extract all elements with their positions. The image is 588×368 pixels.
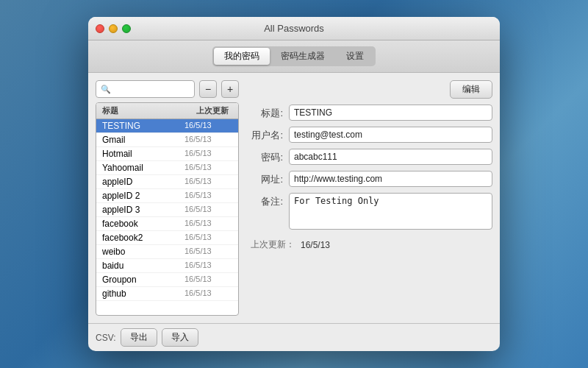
csv-label: CSV: [96, 333, 116, 343]
password-field[interactable] [289, 149, 492, 165]
table-row[interactable]: appleID 316/5/13 [96, 203, 238, 217]
row-title: Yahoomail [102, 163, 184, 173]
right-panel: 编辑 标题: 用户名: 密码: 网址: 备注: [246, 80, 492, 316]
passwords-table: 标题 上次更新 TESTING16/5/13Gmail16/5/13Hotmai… [96, 102, 239, 316]
tab-group: 我的密码 密码生成器 设置 [212, 46, 376, 66]
username-field[interactable] [289, 127, 492, 143]
table-row[interactable]: facebook16/5/13 [96, 217, 238, 231]
row-date: 16/5/13 [184, 177, 232, 187]
import-button[interactable]: 导入 [162, 328, 198, 347]
search-row: 🔍 − + [96, 80, 239, 98]
row-title: Gmail [102, 135, 184, 145]
minimize-button[interactable] [109, 24, 118, 33]
table-row[interactable]: github16/5/13 [96, 287, 238, 301]
traffic-lights [96, 24, 131, 33]
remove-button[interactable]: − [199, 80, 217, 98]
last-update-row: 上次更新： 16/5/13 [251, 238, 492, 251]
table-row[interactable]: appleID 216/5/13 [96, 189, 238, 203]
password-label: 密码: [251, 149, 283, 164]
maximize-button[interactable] [122, 24, 131, 33]
notes-row: 备注: [251, 193, 492, 230]
title-row: 标题: [251, 105, 492, 121]
row-date: 16/5/13 [184, 205, 232, 215]
edit-button[interactable]: 编辑 [450, 80, 492, 99]
row-title: github [102, 289, 184, 299]
password-row: 密码: [251, 149, 492, 165]
row-date: 16/5/13 [184, 275, 232, 285]
last-update-value: 16/5/13 [301, 240, 330, 250]
row-date: 16/5/13 [184, 191, 232, 201]
table-header: 标题 上次更新 [96, 103, 238, 119]
row-date: 16/5/13 [184, 247, 232, 257]
export-button[interactable]: 导出 [121, 328, 157, 347]
row-date: 16/5/13 [184, 289, 232, 299]
row-date: 16/5/13 [184, 149, 232, 159]
row-title: facebook [102, 219, 184, 229]
table-row[interactable]: Groupon16/5/13 [96, 273, 238, 287]
row-date: 16/5/13 [184, 233, 232, 243]
url-label: 网址: [251, 171, 283, 186]
bottom-bar: CSV: 导出 导入 [88, 323, 500, 351]
row-date: 16/5/13 [184, 261, 232, 271]
toolbar: 我的密码 密码生成器 设置 [88, 40, 500, 73]
table-row[interactable]: facebook216/5/13 [96, 231, 238, 245]
row-title: Groupon [102, 275, 184, 285]
row-title: facebook2 [102, 233, 184, 243]
row-title: appleID 3 [102, 205, 184, 215]
row-date: 16/5/13 [184, 135, 232, 145]
notes-field[interactable] [289, 193, 492, 230]
row-date: 16/5/13 [184, 219, 232, 229]
url-row: 网址: [251, 171, 492, 187]
search-icon: 🔍 [101, 85, 111, 94]
title-label: 标题: [251, 105, 283, 120]
table-row[interactable]: baidu16/5/13 [96, 259, 238, 273]
table-row[interactable]: Gmail16/5/13 [96, 133, 238, 147]
main-window: All Passwords 我的密码 密码生成器 设置 🔍 − + [88, 17, 500, 351]
row-date: 16/5/13 [184, 121, 232, 131]
col-date: 上次更新 [190, 103, 238, 118]
search-input[interactable] [114, 84, 190, 94]
table-row[interactable]: Hotmail16/5/13 [96, 147, 238, 161]
tab-settings[interactable]: 设置 [336, 48, 374, 65]
table-row[interactable]: TESTING16/5/13 [96, 119, 238, 133]
row-title: weibo [102, 247, 184, 257]
row-title: baidu [102, 261, 184, 271]
tab-my-passwords[interactable]: 我的密码 [214, 48, 270, 65]
close-button[interactable] [96, 24, 104, 33]
search-container[interactable]: 🔍 [96, 80, 195, 98]
tab-generator[interactable]: 密码生成器 [270, 48, 335, 65]
row-date: 16/5/13 [184, 163, 232, 173]
add-button[interactable]: + [221, 80, 239, 98]
window-title: All Passwords [264, 23, 324, 34]
url-field[interactable] [289, 171, 492, 187]
table-row[interactable]: Yahoomail16/5/13 [96, 161, 238, 175]
left-panel: 🔍 − + 标题 上次更新 TESTING16/5/13Gmail16/5/13… [96, 80, 239, 316]
content-area: 🔍 − + 标题 上次更新 TESTING16/5/13Gmail16/5/13… [88, 73, 500, 323]
col-title: 标题 [96, 103, 190, 118]
notes-label: 备注: [251, 193, 283, 208]
row-title: Hotmail [102, 149, 184, 159]
username-label: 用户名: [251, 127, 283, 142]
row-title: appleID 2 [102, 191, 184, 201]
title-field[interactable] [289, 105, 492, 121]
row-title: appleID [102, 177, 184, 187]
table-body: TESTING16/5/13Gmail16/5/13Hotmail16/5/13… [96, 119, 238, 301]
last-update-label: 上次更新： [251, 238, 295, 251]
table-row[interactable]: weibo16/5/13 [96, 245, 238, 259]
edit-btn-row: 编辑 [251, 80, 492, 99]
titlebar: All Passwords [88, 17, 500, 40]
row-title: TESTING [102, 121, 184, 131]
username-row: 用户名: [251, 127, 492, 143]
table-row[interactable]: appleID16/5/13 [96, 175, 238, 189]
